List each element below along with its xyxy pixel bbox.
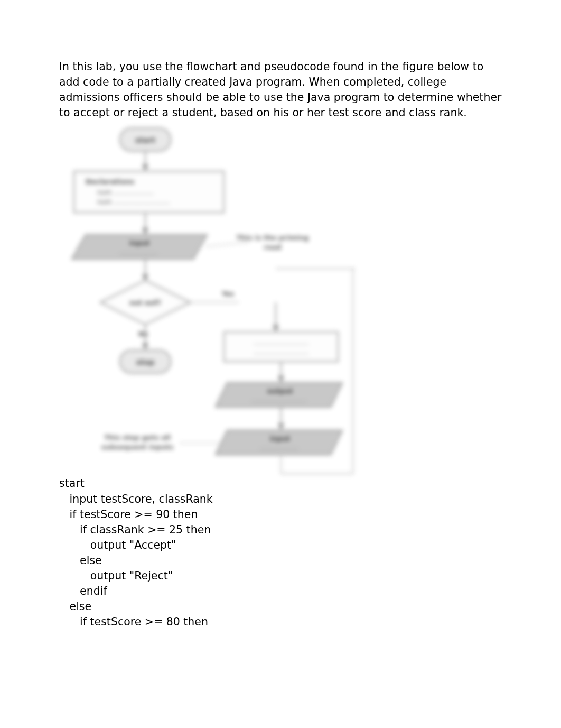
svg-text:..............................: .............................. xyxy=(251,397,307,403)
flowchart-priming-note: This is the priming xyxy=(236,234,308,242)
flowchart-input-label: input xyxy=(129,239,150,247)
flowchart-loop-input-label: input xyxy=(270,435,291,443)
pseudocode-block: start input testScore, classRank if test… xyxy=(59,476,502,630)
svg-text:.....................: ..................... xyxy=(259,444,298,451)
flowchart-figure: start Declarations num .................… xyxy=(59,123,355,479)
flowchart-yes-label: Yes xyxy=(221,290,234,298)
flowchart-loop-note: This step gets all xyxy=(104,434,171,441)
pseudocode-line: output "Accept" xyxy=(59,539,176,551)
svg-text:..............................: .............................. xyxy=(254,349,309,356)
intro-paragraph: In this lab, you use the flowchart and p… xyxy=(59,59,502,121)
pseudocode-line: if testScore >= 80 then xyxy=(59,615,208,628)
pseudocode-line: else xyxy=(59,600,91,613)
svg-text:read: read xyxy=(264,243,281,251)
flowchart-start-label: start xyxy=(135,136,155,144)
flowchart-declarations-text: Declarations xyxy=(86,178,135,186)
flowchart-no-label: No xyxy=(138,330,148,338)
svg-line-8 xyxy=(207,242,249,246)
svg-text:..............................: .............................. xyxy=(254,339,309,346)
pseudocode-line: if classRank >= 25 then xyxy=(59,523,211,536)
document-page: In this lab, you use the flowchart and p… xyxy=(0,0,561,630)
svg-text:num  .........................: num ............................ xyxy=(97,198,170,206)
svg-text:num  ....................: num .................... xyxy=(97,189,154,196)
pseudocode-line: if testScore >= 90 then xyxy=(59,508,198,521)
svg-marker-27 xyxy=(216,430,342,455)
pseudocode-line: endif xyxy=(59,585,107,597)
svg-marker-22 xyxy=(216,383,342,407)
pseudocode-line: else xyxy=(59,554,102,567)
flowchart-decision-label: not eof? xyxy=(129,299,161,307)
pseudocode-line: output "Reject" xyxy=(59,569,173,582)
flowchart-output-label: output xyxy=(267,387,293,395)
pseudocode-line: input testScore, classRank xyxy=(59,493,213,505)
flowchart-stop-label: stop xyxy=(136,358,155,366)
flowchart-svg: start Declarations num .................… xyxy=(59,123,355,479)
svg-rect-18 xyxy=(224,332,338,362)
svg-text:.....................: ..................... xyxy=(119,249,157,256)
svg-text:subsequent inputs: subsequent inputs xyxy=(101,443,174,451)
